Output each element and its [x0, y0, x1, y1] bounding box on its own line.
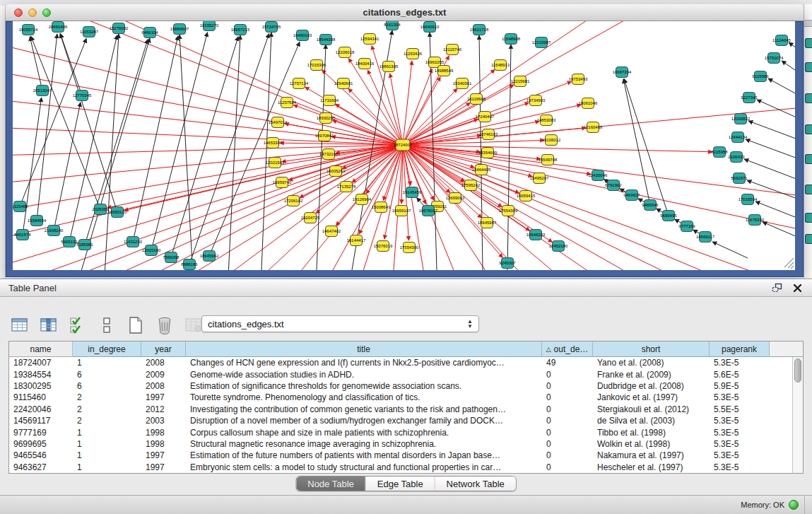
table-cell-name[interactable]: 19384554 — [9, 370, 73, 380]
black-edge[interactable] — [209, 42, 300, 256]
graph-node[interactable]: 12669063 — [446, 193, 465, 204]
table-cell-title[interactable]: Tourette syndrome. Phenomenology and cla… — [186, 392, 542, 402]
minimize-button[interactable] — [28, 8, 37, 17]
graph-node[interactable]: 12757134 — [290, 78, 309, 89]
table-cell-title[interactable]: Disruption of a novel member of a sodium… — [186, 416, 542, 426]
table-row[interactable]: 1830029562008Estimation of significance … — [9, 380, 792, 392]
table-cell-title[interactable]: Investigating the contribution of common… — [186, 404, 542, 414]
table-cell-pagerank[interactable]: 5.3E-5 — [710, 462, 770, 472]
table-row[interactable]: 977716911998Corpus callosum shape and si… — [9, 426, 792, 438]
black-edge[interactable] — [712, 242, 748, 258]
graph-node[interactable]: 9699695 — [660, 211, 677, 221]
table-cell-pagerank[interactable]: 5.3E-5 — [710, 392, 770, 402]
graph-node[interactable]: 12115746 — [443, 45, 462, 55]
table-row[interactable]: 946554611997Estimation of the future num… — [9, 450, 792, 461]
clear-rows-icon[interactable] — [97, 315, 117, 335]
table-cell-year[interactable]: 1998 — [141, 439, 186, 449]
table-row[interactable]: 1456911722003Disruption of a novel membe… — [9, 415, 792, 426]
black-edge[interactable] — [782, 61, 795, 86]
table-cell-short[interactable]: Stergiakouli et al. (2012) — [593, 404, 710, 414]
graph-node[interactable]: 8401574 — [14, 230, 31, 240]
table-cell-name[interactable]: 9115460 — [9, 392, 73, 402]
table-cell-short[interactable]: Wolkin et al. (1998) — [593, 439, 710, 449]
table-cell-name[interactable]: 9777169 — [9, 428, 73, 438]
graph-node[interactable]: 15950120 — [108, 207, 127, 218]
table-cell-short[interactable]: Franke et al. (2009) — [593, 370, 710, 380]
red-edge[interactable] — [119, 145, 403, 270]
graph-node[interactable]: 16959740 — [273, 177, 292, 188]
table-cell-short[interactable]: Yano et al. (2008) — [593, 358, 710, 368]
black-edge[interactable] — [37, 34, 57, 221]
graph-node[interactable]: 18061046 — [579, 98, 598, 109]
table-cell-in-degree[interactable]: 1 — [73, 439, 141, 449]
table-cell-pagerank[interactable]: 5.6E-5 — [710, 370, 770, 380]
black-edge[interactable] — [180, 35, 193, 270]
table-row[interactable]: 969969511998Structural magnetic resonanc… — [9, 438, 792, 450]
black-edge[interactable] — [755, 201, 795, 226]
row-checks-icon[interactable] — [68, 315, 88, 335]
black-edge[interactable] — [30, 37, 42, 90]
zoom-button[interactable] — [42, 8, 51, 17]
table-cell-pagerank[interactable]: 5.9E-5 — [710, 381, 770, 391]
table-cell-pagerank[interactable]: 5.3E-5 — [710, 439, 770, 449]
table-row[interactable]: 946362711997Embryonic stem cells: a mode… — [9, 462, 792, 473]
graph-node[interactable]: 17554300 — [400, 243, 419, 253]
graph-node[interactable]: 15495207 — [530, 173, 549, 184]
black-edge[interactable] — [763, 222, 795, 246]
table-cell-year[interactable]: 2009 — [141, 370, 186, 380]
tab-node-table[interactable]: Node Table — [296, 477, 366, 491]
graph-node[interactable]: 6466104 — [141, 28, 158, 38]
red-edge[interactable] — [13, 145, 403, 184]
table-vertical-scrollbar[interactable] — [792, 357, 803, 473]
table-cell-short[interactable]: Dudbridge et al. (2008) — [593, 381, 710, 391]
column-header-title[interactable]: title — [186, 341, 542, 357]
black-edge[interactable] — [757, 100, 795, 127]
table-cell-name[interactable]: 18300295 — [9, 381, 73, 391]
close-button[interactable] — [14, 8, 23, 17]
graph-node[interactable]: 12160468 — [584, 122, 603, 133]
graph-node[interactable]: 12206018 — [336, 47, 355, 58]
graph-node[interactable]: 15751074 — [765, 53, 784, 64]
table-cell-title[interactable]: Corpus callosum shape and size in male p… — [186, 428, 542, 438]
graph-node[interactable]: 20313047 — [33, 86, 52, 96]
graph-node[interactable]: 9245007 — [499, 258, 516, 269]
table-cell-out-de-[interactable]: 49 — [542, 358, 593, 368]
table-cell-in-degree[interactable]: 1 — [73, 358, 141, 368]
table-selector-dropdown[interactable]: citations_edges.txt ▲▼ — [201, 315, 479, 332]
graph-node[interactable]: 12093822 — [731, 114, 751, 124]
graph-node[interactable]: 9129966 — [752, 71, 769, 82]
graph-node[interactable]: 11675330 — [746, 215, 765, 226]
table-row[interactable]: 911546021997Tourette syndrome. Phenomeno… — [9, 392, 792, 403]
graph-node[interactable]: 11731604 — [320, 95, 339, 106]
table-cell-out-de-[interactable]: 0 — [542, 370, 593, 380]
graph-node[interactable]: 2326059 — [92, 204, 109, 215]
graph-node[interactable]: 15340361 — [453, 78, 472, 89]
graph-node[interactable]: 19734903 — [526, 95, 546, 106]
table-cell-out-de-[interactable]: 0 — [542, 439, 593, 449]
graph-node[interactable]: 19884607 — [170, 24, 189, 35]
graph-node[interactable]: 17015306 — [307, 60, 326, 71]
graph-node[interactable]: 19126904 — [353, 194, 372, 205]
table-cell-out-de-[interactable]: 0 — [542, 462, 593, 472]
black-edge[interactable] — [768, 78, 795, 106]
red-edge[interactable] — [98, 21, 403, 145]
table-cell-name[interactable]: 9699695 — [9, 439, 73, 449]
table-cell-short[interactable]: Jankovic et al. (1997) — [593, 392, 710, 402]
graph-node[interactable]: 8988166 — [181, 259, 198, 270]
graph-node[interactable]: 8161304 — [384, 21, 401, 30]
graph-node[interactable]: 19861305 — [379, 62, 399, 72]
graph-node[interactable]: 11124045 — [772, 35, 791, 46]
table-cell-year[interactable]: 1997 — [141, 462, 186, 472]
table-cell-pagerank[interactable]: 5.3E-5 — [710, 450, 770, 460]
table-cell-pagerank[interactable]: 5.3E-5 — [710, 358, 770, 368]
table-cell-short[interactable]: de Silva et al. (2003) — [593, 416, 710, 426]
black-edge[interactable] — [261, 33, 271, 270]
graph-node[interactable]: 16155270 — [200, 21, 219, 31]
graph-node[interactable]: 16460103 — [293, 30, 312, 41]
graph-node[interactable]: 2106433 — [728, 152, 745, 163]
graph-node[interactable]: 19621728 — [470, 25, 489, 35]
black-edge[interactable] — [31, 36, 100, 209]
table-cell-out-de-[interactable]: 0 — [542, 450, 593, 460]
graph-node[interactable]: 12770345 — [73, 90, 92, 101]
graph-node[interactable]: 8215958 — [711, 147, 728, 158]
